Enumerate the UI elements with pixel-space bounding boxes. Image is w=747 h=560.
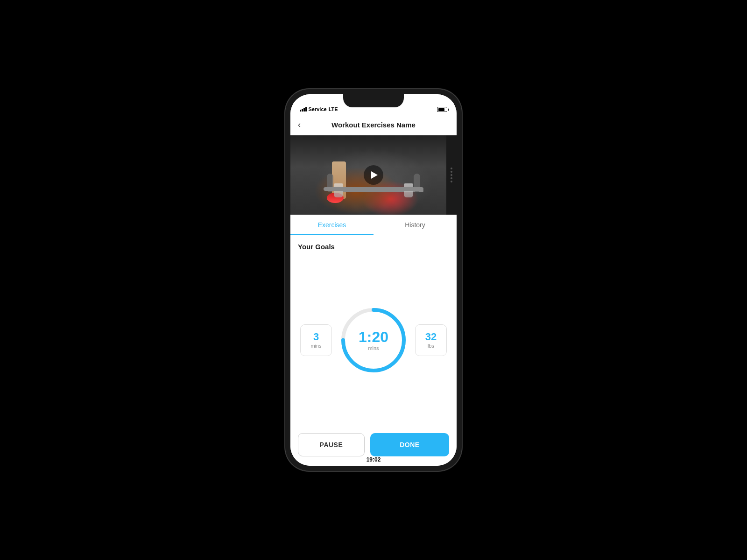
back-button[interactable]: ‹: [298, 120, 313, 130]
lbs-unit: lbs: [428, 343, 434, 349]
goals-section-label: Your Goals: [298, 243, 449, 251]
timer-unit: mins: [368, 345, 379, 351]
content-area: Your Goals 3 mins 1:20 mins: [290, 235, 457, 427]
nav-bar: ‹ Workout Exercises Name: [290, 115, 457, 135]
page-title: Workout Exercises Name: [313, 121, 434, 129]
timer-display: 1:20 mins: [359, 329, 388, 351]
play-button[interactable]: [364, 165, 383, 185]
mins-value: 3: [313, 332, 319, 342]
status-left: Service LTE: [300, 106, 338, 112]
battery-fill: [438, 108, 445, 111]
mins-stat-box: 3 mins: [300, 324, 332, 356]
video-player[interactable]: [290, 135, 457, 215]
timer-value: 1:20: [359, 329, 388, 344]
phone-screen: Service LTE 19:02 ‹ Workout Exercises Na…: [290, 94, 457, 466]
sidebar-dot: [451, 174, 452, 176]
status-time: 19:02: [366, 456, 381, 463]
video-sidebar: [446, 135, 457, 215]
sidebar-dot: [451, 171, 452, 173]
battery-icon: [437, 107, 447, 112]
signal-icon: [300, 107, 307, 112]
carrier-label: Service: [309, 106, 327, 112]
tab-exercises[interactable]: Exercises: [290, 215, 374, 235]
done-button[interactable]: DONE: [370, 433, 449, 456]
lbs-value: 32: [425, 332, 437, 342]
phone-frame: Service LTE 19:02 ‹ Workout Exercises Na…: [285, 89, 462, 471]
sidebar-dot: [451, 177, 452, 179]
tab-history[interactable]: History: [374, 215, 457, 235]
mins-unit: mins: [310, 343, 321, 349]
status-right: [437, 107, 447, 112]
play-icon: [371, 171, 378, 179]
sidebar-dot: [451, 181, 452, 182]
goals-row: 3 mins 1:20 mins 32: [298, 260, 449, 420]
sidebar-dot: [451, 168, 452, 169]
pause-button[interactable]: PAUSE: [298, 433, 365, 456]
timer-ring: 1:20 mins: [338, 305, 409, 375]
lbs-stat-box: 32 lbs: [415, 324, 447, 356]
network-label: LTE: [329, 106, 338, 112]
notch: [343, 94, 404, 107]
tab-bar: Exercises History: [290, 215, 457, 235]
